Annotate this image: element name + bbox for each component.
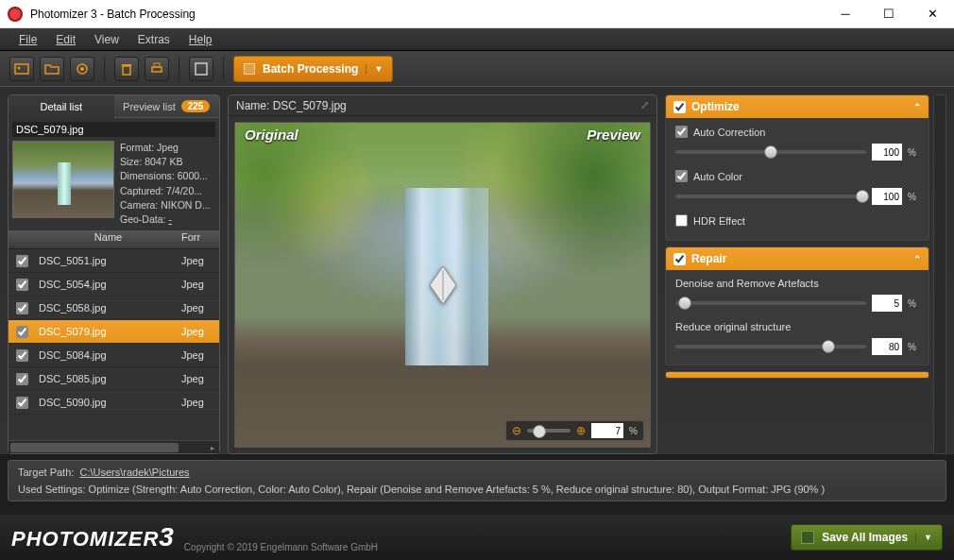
batch-icon [244,63,255,75]
collapse-icon[interactable]: ⌃ [913,102,921,112]
collapse-icon[interactable]: ⌃ [913,254,921,264]
file-format: Jpeg [181,349,219,361]
minimize-button[interactable]: ─ [824,0,867,28]
zoom-in-icon[interactable]: ⊕ [576,424,586,437]
file-row[interactable]: DSC_5085.jpgJpeg [9,367,219,391]
reduce-value[interactable]: 80 [872,338,902,355]
file-list-header: Name Forr [9,230,219,249]
file-name: DSC_5090.jpg [35,397,181,408]
svg-rect-4 [123,66,130,75]
file-checkbox[interactable] [16,397,28,409]
auto-correction-checkbox[interactable] [675,126,688,138]
zoom-out-icon[interactable]: ⊖ [512,424,521,437]
file-checkbox[interactable] [16,302,28,314]
delete-button[interactable] [114,57,139,81]
open-folder-button[interactable] [40,57,64,81]
mode-label: Batch Processing [263,62,358,76]
print-button[interactable] [145,57,169,81]
optimize-panel: Optimize ⌃ Auto Correction 100 % [665,94,929,241]
denoise-slider[interactable] [675,301,866,305]
info-bar: Target Path: C:\Users\radek\Pictures Use… [8,460,946,501]
zoom-slider[interactable] [527,429,571,433]
svg-point-1 [18,66,21,69]
repair-checkbox[interactable] [673,253,686,265]
horizontal-scrollbar[interactable]: ▸ [9,440,219,453]
app-logo: PHOTOMIZER3 [11,522,175,552]
reduce-label: Reduce original structure [675,321,919,332]
preview-header: Name: DSC_5079.jpg ⤢ [229,95,656,116]
toolbar: Batch Processing ▼ [0,51,954,87]
toolbar-divider [179,57,179,81]
fullscreen-button[interactable] [189,57,213,81]
file-format: Jpeg [181,326,219,337]
file-row[interactable]: DSC_5054.jpgJpeg [9,273,219,297]
file-list: DSC_5051.jpgJpegDSC_5054.jpgJpegDSC_5058… [9,249,219,440]
file-row[interactable]: DSC_5051.jpgJpeg [9,249,219,273]
zoom-value[interactable]: 7 [591,423,623,438]
reduce-slider[interactable] [675,345,866,348]
collapsed-panel[interactable] [665,371,929,379]
repair-panel: Repair ⌃ Denoise and Remove Artefacts 5 … [665,246,929,365]
chevron-down-icon[interactable]: ▼ [915,533,932,542]
file-checkbox[interactable] [16,255,28,267]
repair-header[interactable]: Repair ⌃ [666,247,928,270]
file-name: DSC_5079.jpg [35,326,181,337]
auto-correction-slider[interactable] [675,150,866,154]
selected-file-name: DSC_5079.jpg [12,122,215,137]
preview-panel: Name: DSC_5079.jpg ⤢ Original Preview ⊖ … [228,94,657,454]
split-handle[interactable] [430,266,456,304]
save-all-button[interactable]: Save All Images ▼ [791,524,943,551]
tab-detail-list[interactable]: Detail list [9,95,114,118]
svg-rect-0 [15,64,28,74]
svg-point-3 [80,67,84,71]
vertical-scrollbar[interactable] [933,94,946,454]
hdr-option[interactable]: HDR Effect [675,214,919,227]
open-image-button[interactable] [9,57,34,81]
file-row[interactable]: DSC_5058.jpgJpeg [9,297,219,320]
window-titlebar: Photomizer 3 - Batch Processing ─ ☐ ✕ [0,0,954,28]
auto-color-option[interactable]: Auto Color [675,170,919,182]
mode-batch-button[interactable]: Batch Processing ▼ [233,56,393,82]
close-button[interactable]: ✕ [911,0,954,28]
auto-color-value[interactable]: 100 [872,188,902,205]
menu-file[interactable]: File [9,30,46,49]
menu-help[interactable]: Help [179,30,222,49]
target-path-link[interactable]: C:\Users\radek\Pictures [79,467,189,478]
file-row[interactable]: DSC_5084.jpgJpeg [9,344,219,367]
thumbnail [12,141,114,218]
app-icon [8,7,23,22]
scan-button[interactable] [70,57,94,81]
chevron-down-icon[interactable]: ▼ [366,64,383,74]
menubar: File Edit View Extras Help [0,28,954,51]
file-row[interactable]: DSC_5079.jpgJpeg [9,320,219,344]
image-compare-area[interactable]: Original Preview ⊖ ⊕ 7 % [234,122,651,448]
file-name: DSC_5054.jpg [35,279,181,290]
optimize-checkbox[interactable] [673,101,686,113]
file-checkbox[interactable] [16,326,28,338]
file-format: Jpeg [181,397,219,408]
menu-extras[interactable]: Extras [128,30,179,49]
file-metadata: Format: Jpeg Size: 8047 KB Dimensions: 6… [120,141,211,227]
settings-panel: Optimize ⌃ Auto Correction 100 % [665,94,929,454]
optimize-header[interactable]: Optimize ⌃ [666,95,928,118]
window-title: Photomizer 3 - Batch Processing [30,8,824,21]
file-checkbox[interactable] [16,373,28,385]
tab-preview-list[interactable]: Preview list 225 [114,95,220,118]
auto-color-slider[interactable] [675,195,866,198]
auto-correction-value[interactable]: 100 [872,144,902,161]
auto-correction-option[interactable]: Auto Correction [675,126,919,138]
file-checkbox[interactable] [16,349,28,362]
menu-edit[interactable]: Edit [46,30,85,49]
auto-color-checkbox[interactable] [675,170,688,182]
toolbar-divider [223,57,224,81]
file-row[interactable]: DSC_5090.jpgJpeg [9,391,219,415]
expand-icon[interactable]: ⤢ [640,99,649,111]
denoise-value[interactable]: 5 [872,295,902,312]
file-name: DSC_5084.jpg [35,349,181,361]
file-format: Jpeg [181,255,219,266]
menu-view[interactable]: View [85,30,128,49]
hdr-checkbox[interactable] [675,214,688,227]
file-checkbox[interactable] [16,279,28,291]
maximize-button[interactable]: ☐ [867,0,911,28]
file-format: Jpeg [181,302,219,314]
